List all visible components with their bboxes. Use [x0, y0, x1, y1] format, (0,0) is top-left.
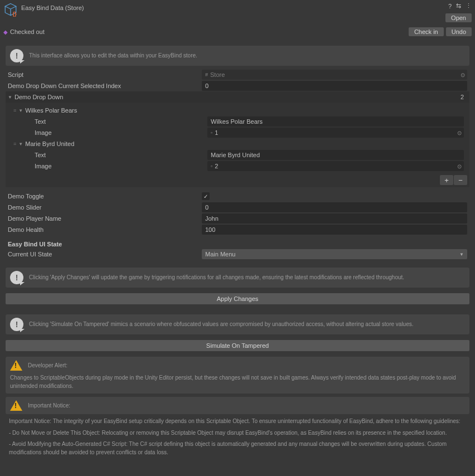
vcs-status: Checked out	[10, 28, 45, 35]
script-field: # Store ⊙	[202, 70, 467, 80]
state-dropdown[interactable]: Main Menu ▼	[202, 249, 467, 259]
toggle-checkbox[interactable]: ✓	[202, 192, 210, 200]
slider-field[interactable]	[202, 202, 467, 212]
notice-p2: - Do Not Move or Delete This Object: Rel…	[9, 429, 466, 438]
list-item[interactable]: ≡ Wilkes Polar Bears	[6, 105, 469, 116]
apply-changes-button[interactable]: Apply Changes	[6, 293, 469, 304]
list-footer: + −	[6, 174, 469, 187]
svg-marker-0	[5, 3, 16, 9]
info-icon: !	[10, 49, 23, 62]
toggle-label: Demo Toggle	[8, 193, 202, 200]
important-notice-box: Important Notice:	[6, 397, 469, 414]
item-text-label: Text	[35, 152, 207, 158]
item-text-label: Text	[35, 118, 207, 125]
slider-label: Demo Slider	[8, 204, 202, 211]
item-text-field[interactable]	[207, 116, 464, 127]
notice-p1: Important Notice: The integrity of your …	[9, 417, 466, 426]
item-image-label: Image	[35, 129, 207, 136]
foldout-icon[interactable]	[18, 142, 23, 147]
item-text-field[interactable]	[207, 150, 464, 160]
object-picker-icon[interactable]: ⊙	[457, 130, 462, 136]
health-label: Demo Health	[8, 226, 202, 233]
sprite-icon: ▫	[211, 163, 212, 169]
undo-button[interactable]: Undo	[446, 27, 472, 36]
ddidx-field[interactable]	[202, 81, 467, 91]
list-item[interactable]: ≡ Marie Byrd United	[6, 138, 469, 149]
item-image-field[interactable]: ▫ 1 ⊙	[207, 128, 464, 138]
dev-alert-body: Changes to ScriptableObjects during play…	[10, 374, 465, 390]
dd-count: 2	[444, 94, 464, 100]
add-item-button[interactable]: +	[440, 175, 453, 185]
remove-item-button[interactable]: −	[454, 175, 467, 185]
notice-title: Important Notice:	[28, 402, 70, 409]
info-text-sim: Clicking 'Simulate On Tampered' mimics a…	[29, 320, 414, 328]
dropdown-list-header[interactable]: Demo Drop Down 2	[6, 91, 469, 103]
ddidx-label: Demo Drop Down Current Selected Index	[8, 82, 202, 89]
checkin-button[interactable]: Check in	[409, 27, 444, 36]
foldout-icon[interactable]	[18, 108, 23, 113]
item-image-label: Image	[35, 163, 207, 169]
vcs-bar: ◆ Checked out Check in Undo	[0, 26, 475, 38]
chevron-down-icon: ▼	[459, 252, 464, 257]
section-ui-state: Easy Bind UI State	[2, 235, 473, 249]
item-name: Marie Byrd United	[25, 140, 74, 147]
info-box-sim: ! Clicking 'Simulate On Tampered' mimics…	[6, 314, 469, 334]
info-text-intro: This interface allows you to edit the da…	[29, 52, 197, 60]
lock-icon: ◆	[3, 29, 8, 35]
asset-title: Easy Bind Data (Store)	[21, 2, 84, 11]
player-field[interactable]	[202, 213, 467, 224]
state-label: Current UI State	[8, 251, 202, 258]
health-field[interactable]	[202, 225, 467, 235]
notice-guidelines: Important Notice: The integrity of your …	[2, 417, 473, 456]
item-name: Wilkes Polar Bears	[25, 107, 77, 114]
info-box-intro: ! This interface allows you to edit the …	[6, 46, 469, 66]
asset-cube-icon: {}	[3, 2, 18, 17]
dd-label: Demo Drop Down	[14, 94, 63, 100]
object-picker-icon: ⊙	[461, 72, 465, 78]
inspector-header: {} Easy Bind Data (Store) ? ⇆ ⋮ Open	[0, 0, 475, 26]
object-picker-icon[interactable]: ⊙	[457, 163, 462, 169]
preset-icon[interactable]: ⇆	[456, 2, 461, 9]
foldout-icon[interactable]	[8, 95, 12, 100]
svg-text:{}: {}	[12, 11, 17, 17]
dropdown-list-body: ≡ Wilkes Polar Bears Text Image ▫ 1 ⊙ ≡ …	[6, 103, 469, 174]
script-label: Script	[8, 71, 202, 78]
warning-icon	[10, 400, 22, 411]
info-icon: !	[10, 318, 23, 331]
sprite-icon: ▫	[211, 130, 212, 135]
drag-handle-icon[interactable]: ≡	[13, 108, 16, 113]
drag-handle-icon[interactable]: ≡	[13, 141, 16, 147]
menu-icon[interactable]: ⋮	[466, 2, 472, 9]
player-label: Demo Player Name	[8, 215, 202, 222]
notice-p3: - Avoid Modifying the Auto-Generated C# …	[9, 440, 466, 456]
info-text-apply: Clicking 'Apply Changes' will update the…	[29, 274, 404, 281]
help-icon[interactable]: ?	[448, 3, 452, 9]
dev-alert-title: Developer Alert:	[28, 362, 67, 368]
item-image-field[interactable]: ▫ 2 ⊙	[207, 161, 464, 171]
script-type-icon: #	[205, 72, 208, 77]
developer-alert-box: Developer Alert: Changes to ScriptableOb…	[6, 357, 469, 394]
info-icon: !	[10, 271, 23, 284]
info-box-apply: ! Clicking 'Apply Changes' will update t…	[6, 268, 469, 288]
warning-icon	[10, 360, 22, 371]
open-button[interactable]: Open	[445, 13, 472, 22]
simulate-tampered-button[interactable]: Simulate On Tampered	[6, 340, 469, 351]
